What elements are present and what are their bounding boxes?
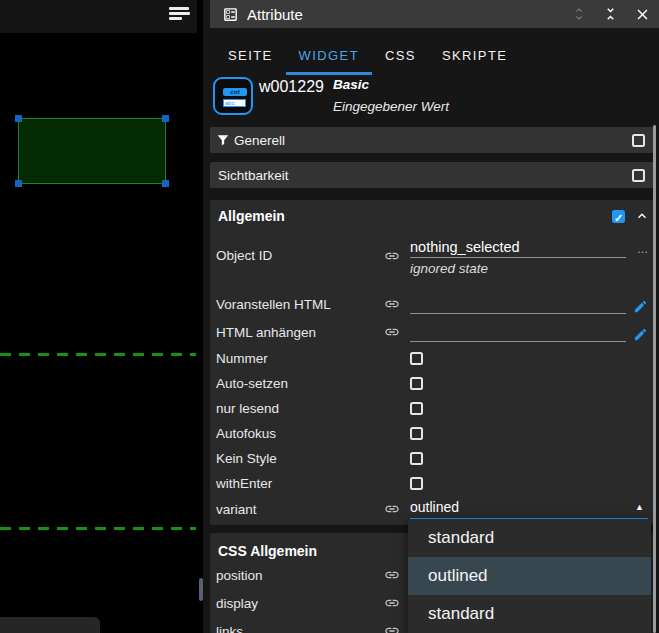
panel-header: Attribute — [210, 0, 659, 28]
panel-scrollbar-thumb[interactable] — [653, 125, 656, 633]
prop-label: Nummer — [216, 351, 384, 366]
prop-label: Kein Style — [216, 451, 384, 466]
link-icon[interactable] — [384, 324, 410, 340]
selected-widget-rect[interactable] — [18, 118, 166, 184]
prop-label: nur lesend — [216, 401, 384, 416]
guide-line-dashed — [0, 527, 196, 530]
allgemein-header[interactable]: Allgemein ✓ — [210, 200, 654, 230]
more-button[interactable]: ... — [626, 241, 648, 258]
widget-type: Basic — [333, 77, 449, 92]
section-label: Generell — [234, 133, 285, 148]
widget-description: Eingegebener Wert — [333, 99, 449, 114]
prop-label: Autofokus — [216, 426, 384, 441]
prop-label: variant — [216, 502, 384, 517]
checkbox-auto-setzen[interactable] — [410, 377, 423, 390]
section-bar-sichtbarkeit[interactable]: Sichtbarkeit — [210, 162, 654, 188]
row-kein-style: Kein Style — [210, 446, 654, 471]
section-bar-generell[interactable]: Generell — [210, 127, 654, 153]
widget-type-icon: ctrl abc — [213, 77, 253, 115]
row-auto-setzen: Auto-setzen — [210, 371, 654, 396]
row-nummer: Nummer — [210, 346, 654, 371]
link-icon[interactable] — [384, 296, 410, 312]
row-autofokus: Autofokus — [210, 421, 654, 446]
editor-canvas[interactable] — [0, 0, 203, 633]
dropdown-arrow-icon[interactable]: ▲ — [635, 502, 648, 512]
row-with-enter: withEnter — [210, 471, 654, 496]
widget-id: w001229 — [259, 78, 324, 115]
widget-meta: Basic Eingegebener Wert — [333, 77, 449, 115]
prepend-html-input[interactable] — [410, 294, 626, 314]
bottom-toolbar-stub — [0, 617, 100, 633]
section-allgemein: Allgemein ✓ Object ID nothing_selected — [210, 200, 654, 525]
close-icon[interactable] — [634, 6, 651, 23]
variant-select[interactable]: outlined ▲ — [410, 499, 648, 520]
prop-label: Object ID — [216, 248, 384, 263]
tab-css[interactable]: CSS — [372, 44, 429, 75]
tab-skripte[interactable]: SKRIPTE — [429, 44, 520, 75]
prop-label: Auto-setzen — [216, 376, 384, 391]
checkbox-autofokus[interactable] — [410, 427, 423, 440]
object-id-value: nothing_selected — [410, 239, 520, 255]
prop-label: links — [216, 624, 384, 633]
section-title: CSS Allgemein — [218, 543, 317, 559]
checkbox-allgemein[interactable]: ✓ — [612, 210, 625, 223]
resize-handle-bottom-right[interactable] — [162, 180, 169, 187]
tab-bar: SEITE WIDGET CSS SKRIPTE — [215, 44, 520, 75]
dropdown-option-standard-2[interactable]: standard — [408, 595, 651, 633]
object-id-input[interactable]: nothing_selected — [410, 238, 626, 258]
checkbox-kein-style[interactable] — [410, 452, 423, 465]
row-append-html: HTML anhängen — [210, 318, 654, 346]
link-icon[interactable] — [384, 595, 410, 611]
ballot-icon — [222, 6, 239, 23]
link-icon[interactable] — [384, 567, 410, 583]
checkbox-sichtbarkeit[interactable] — [632, 169, 645, 182]
checkbox-nummer[interactable] — [410, 352, 423, 365]
row-object-id: Object ID nothing_selected ... ignored s… — [210, 230, 654, 290]
hamburger-bar — [169, 12, 190, 15]
object-id-note: ignored state — [410, 261, 648, 276]
canvas-topbar — [0, 0, 197, 33]
row-prepend-html: Voranstellen HTML — [210, 290, 654, 318]
widget-icon-ctrl-label: ctrl — [223, 88, 247, 96]
attribute-panel: Attribute SEITE WIDGET CSS SKRIPTE — [203, 0, 659, 633]
unfold-less-icon[interactable] — [602, 5, 619, 23]
variant-dropdown-menu: standard outlined standard — [408, 519, 651, 633]
prop-label: Voranstellen HTML — [216, 297, 384, 312]
up-down-chevrons-icon[interactable] — [571, 5, 587, 23]
tab-seite[interactable]: SEITE — [215, 44, 286, 75]
row-nur-lesend: nur lesend — [210, 396, 654, 421]
chevron-up-icon[interactable] — [634, 208, 650, 224]
resize-handle-top-right[interactable] — [162, 115, 169, 122]
section-label: Sichtbarkeit — [218, 168, 289, 183]
app-root: Attribute SEITE WIDGET CSS SKRIPTE — [0, 0, 659, 633]
hamburger-bar — [169, 17, 182, 20]
link-icon[interactable] — [384, 248, 410, 264]
link-icon[interactable] — [384, 501, 410, 517]
widget-icon-abc-label: abc — [223, 99, 246, 107]
object-id-field-group: nothing_selected ... ignored state — [410, 238, 648, 276]
dropdown-option-outlined[interactable]: outlined — [408, 557, 651, 595]
prop-label: position — [216, 568, 384, 583]
dropdown-option-standard[interactable]: standard — [408, 519, 651, 557]
section-title: Allgemein — [218, 208, 285, 224]
pencil-icon[interactable] — [626, 327, 648, 342]
hamburger-bar — [169, 7, 189, 10]
variant-value: outlined — [410, 499, 459, 515]
resize-handle-top-left[interactable] — [15, 115, 22, 122]
checkbox-with-enter[interactable] — [410, 477, 423, 490]
panel-title: Attribute — [247, 6, 303, 23]
checkbox-generell[interactable] — [632, 134, 645, 147]
link-icon[interactable] — [384, 623, 410, 633]
prop-label: HTML anhängen — [216, 325, 384, 340]
widget-info: ctrl abc w001229 Basic Eingegebener Wert — [213, 77, 449, 115]
resize-handle-bottom-left[interactable] — [15, 180, 22, 187]
prop-label: withEnter — [216, 476, 384, 491]
prop-label: display — [216, 596, 384, 611]
checkbox-nur-lesend[interactable] — [410, 402, 423, 415]
panel-header-actions — [571, 5, 651, 23]
tab-widget[interactable]: WIDGET — [286, 44, 372, 75]
hamburger-icon[interactable] — [169, 7, 191, 21]
pencil-icon[interactable] — [626, 299, 648, 314]
append-html-input[interactable] — [410, 322, 626, 342]
funnel-icon — [216, 133, 230, 147]
